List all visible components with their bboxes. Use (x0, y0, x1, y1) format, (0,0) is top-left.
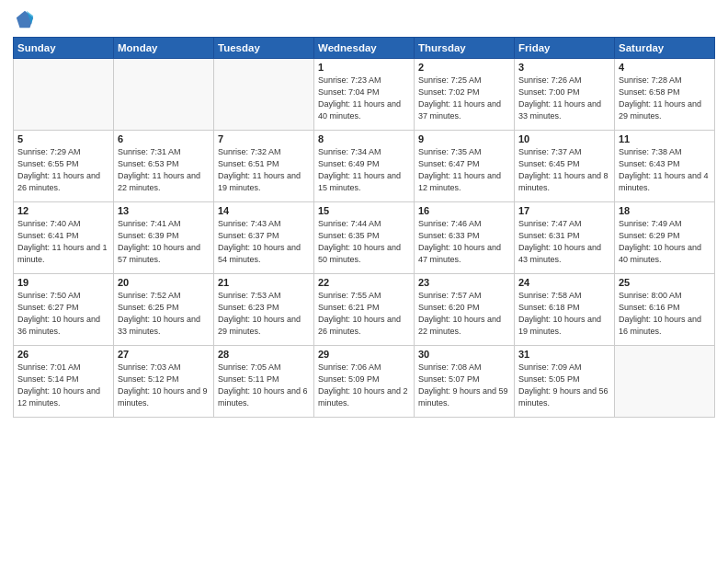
day-info: Sunrise: 7:58 AM Sunset: 6:18 PM Dayligh… (518, 290, 610, 338)
day-info: Sunrise: 7:49 AM Sunset: 6:29 PM Dayligh… (619, 218, 711, 266)
day-cell: 5Sunrise: 7:29 AM Sunset: 6:55 PM Daylig… (14, 131, 114, 202)
day-info: Sunrise: 7:09 AM Sunset: 5:05 PM Dayligh… (518, 362, 610, 409)
week-row-5: 26Sunrise: 7:01 AM Sunset: 5:14 PM Dayli… (14, 346, 715, 418)
logo (13, 9, 35, 29)
day-cell (214, 59, 314, 131)
week-row-4: 19Sunrise: 7:50 AM Sunset: 6:27 PM Dayli… (14, 274, 715, 346)
day-number: 29 (318, 349, 410, 360)
day-number: 24 (518, 277, 610, 288)
day-cell: 29Sunrise: 7:06 AM Sunset: 5:09 PM Dayli… (314, 346, 415, 418)
logo-icon (15, 9, 35, 29)
day-cell: 19Sunrise: 7:50 AM Sunset: 6:27 PM Dayli… (14, 274, 114, 346)
day-cell: 25Sunrise: 8:00 AM Sunset: 6:16 PM Dayli… (615, 274, 715, 346)
day-cell: 11Sunrise: 7:38 AM Sunset: 6:43 PM Dayli… (615, 131, 715, 202)
day-info: Sunrise: 8:00 AM Sunset: 6:16 PM Dayligh… (619, 290, 711, 338)
day-info: Sunrise: 7:41 AM Sunset: 6:39 PM Dayligh… (118, 218, 210, 266)
day-cell: 4Sunrise: 7:28 AM Sunset: 6:58 PM Daylig… (615, 59, 715, 131)
header (13, 9, 715, 29)
day-cell: 23Sunrise: 7:57 AM Sunset: 6:20 PM Dayli… (415, 274, 515, 346)
day-number: 18 (619, 205, 711, 216)
day-number: 17 (518, 205, 610, 216)
day-cell (615, 346, 715, 418)
day-info: Sunrise: 7:34 AM Sunset: 6:49 PM Dayligh… (318, 146, 410, 194)
day-number: 30 (418, 349, 510, 360)
day-info: Sunrise: 7:52 AM Sunset: 6:25 PM Dayligh… (118, 290, 210, 338)
day-info: Sunrise: 7:47 AM Sunset: 6:31 PM Dayligh… (518, 218, 610, 266)
day-number: 11 (619, 133, 711, 144)
day-cell: 7Sunrise: 7:32 AM Sunset: 6:51 PM Daylig… (214, 131, 314, 202)
weekday-header-saturday: Saturday (615, 38, 715, 59)
day-cell: 13Sunrise: 7:41 AM Sunset: 6:39 PM Dayli… (114, 202, 214, 274)
day-info: Sunrise: 7:40 AM Sunset: 6:41 PM Dayligh… (17, 218, 109, 266)
day-number: 14 (218, 205, 310, 216)
day-info: Sunrise: 7:28 AM Sunset: 6:58 PM Dayligh… (619, 75, 711, 122)
day-number: 26 (17, 349, 109, 360)
day-cell: 15Sunrise: 7:44 AM Sunset: 6:35 PM Dayli… (314, 202, 415, 274)
day-info: Sunrise: 7:26 AM Sunset: 7:00 PM Dayligh… (518, 75, 610, 122)
weekday-header-sunday: Sunday (14, 38, 114, 59)
day-cell: 14Sunrise: 7:43 AM Sunset: 6:37 PM Dayli… (214, 202, 314, 274)
day-info: Sunrise: 7:31 AM Sunset: 6:53 PM Dayligh… (118, 146, 210, 194)
day-number: 5 (17, 133, 109, 144)
day-number: 23 (418, 277, 510, 288)
weekday-header-monday: Monday (114, 38, 214, 59)
day-number: 3 (518, 62, 610, 73)
day-info: Sunrise: 7:55 AM Sunset: 6:21 PM Dayligh… (318, 290, 410, 338)
day-cell: 8Sunrise: 7:34 AM Sunset: 6:49 PM Daylig… (314, 131, 415, 202)
week-row-1: 1Sunrise: 7:23 AM Sunset: 7:04 PM Daylig… (14, 59, 715, 131)
day-cell: 17Sunrise: 7:47 AM Sunset: 6:31 PM Dayli… (515, 202, 615, 274)
day-info: Sunrise: 7:08 AM Sunset: 5:07 PM Dayligh… (418, 362, 510, 409)
day-number: 15 (318, 205, 410, 216)
week-row-3: 12Sunrise: 7:40 AM Sunset: 6:41 PM Dayli… (14, 202, 715, 274)
day-number: 10 (518, 133, 610, 144)
day-cell: 10Sunrise: 7:37 AM Sunset: 6:45 PM Dayli… (515, 131, 615, 202)
day-info: Sunrise: 7:43 AM Sunset: 6:37 PM Dayligh… (218, 218, 310, 266)
weekday-header-wednesday: Wednesday (314, 38, 415, 59)
day-number: 31 (518, 349, 610, 360)
day-info: Sunrise: 7:29 AM Sunset: 6:55 PM Dayligh… (17, 146, 109, 194)
day-info: Sunrise: 7:01 AM Sunset: 5:14 PM Dayligh… (17, 362, 109, 409)
day-cell: 30Sunrise: 7:08 AM Sunset: 5:07 PM Dayli… (415, 346, 515, 418)
weekday-header-friday: Friday (515, 38, 615, 59)
day-cell: 6Sunrise: 7:31 AM Sunset: 6:53 PM Daylig… (114, 131, 214, 202)
day-number: 19 (17, 277, 109, 288)
day-number: 8 (318, 133, 410, 144)
day-info: Sunrise: 7:25 AM Sunset: 7:02 PM Dayligh… (418, 75, 510, 122)
day-number: 13 (118, 205, 210, 216)
day-info: Sunrise: 7:03 AM Sunset: 5:12 PM Dayligh… (118, 362, 210, 409)
day-number: 2 (418, 62, 510, 73)
day-number: 7 (218, 133, 310, 144)
day-cell: 26Sunrise: 7:01 AM Sunset: 5:14 PM Dayli… (14, 346, 114, 418)
day-cell: 1Sunrise: 7:23 AM Sunset: 7:04 PM Daylig… (314, 59, 415, 131)
day-number: 9 (418, 133, 510, 144)
weekday-header-row: SundayMondayTuesdayWednesdayThursdayFrid… (14, 38, 715, 59)
weekday-header-tuesday: Tuesday (214, 38, 314, 59)
calendar: SundayMondayTuesdayWednesdayThursdayFrid… (13, 37, 715, 418)
day-info: Sunrise: 7:57 AM Sunset: 6:20 PM Dayligh… (418, 290, 510, 338)
day-number: 12 (17, 205, 109, 216)
day-cell: 24Sunrise: 7:58 AM Sunset: 6:18 PM Dayli… (515, 274, 615, 346)
day-info: Sunrise: 7:46 AM Sunset: 6:33 PM Dayligh… (418, 218, 510, 266)
day-cell: 3Sunrise: 7:26 AM Sunset: 7:00 PM Daylig… (515, 59, 615, 131)
day-info: Sunrise: 7:23 AM Sunset: 7:04 PM Dayligh… (318, 75, 410, 122)
day-number: 1 (318, 62, 410, 73)
day-number: 4 (619, 62, 711, 73)
day-cell: 27Sunrise: 7:03 AM Sunset: 5:12 PM Dayli… (114, 346, 214, 418)
day-number: 16 (418, 205, 510, 216)
day-info: Sunrise: 7:32 AM Sunset: 6:51 PM Dayligh… (218, 146, 310, 194)
day-cell: 21Sunrise: 7:53 AM Sunset: 6:23 PM Dayli… (214, 274, 314, 346)
day-number: 25 (619, 277, 711, 288)
day-cell: 16Sunrise: 7:46 AM Sunset: 6:33 PM Dayli… (415, 202, 515, 274)
day-number: 20 (118, 277, 210, 288)
day-info: Sunrise: 7:38 AM Sunset: 6:43 PM Dayligh… (619, 146, 711, 194)
day-info: Sunrise: 7:50 AM Sunset: 6:27 PM Dayligh… (17, 290, 109, 338)
day-cell: 2Sunrise: 7:25 AM Sunset: 7:02 PM Daylig… (415, 59, 515, 131)
day-info: Sunrise: 7:35 AM Sunset: 6:47 PM Dayligh… (418, 146, 510, 194)
day-number: 28 (218, 349, 310, 360)
day-number: 22 (318, 277, 410, 288)
day-info: Sunrise: 7:05 AM Sunset: 5:11 PM Dayligh… (218, 362, 310, 409)
week-row-2: 5Sunrise: 7:29 AM Sunset: 6:55 PM Daylig… (14, 131, 715, 202)
day-cell: 20Sunrise: 7:52 AM Sunset: 6:25 PM Dayli… (114, 274, 214, 346)
day-number: 27 (118, 349, 210, 360)
day-number: 6 (118, 133, 210, 144)
